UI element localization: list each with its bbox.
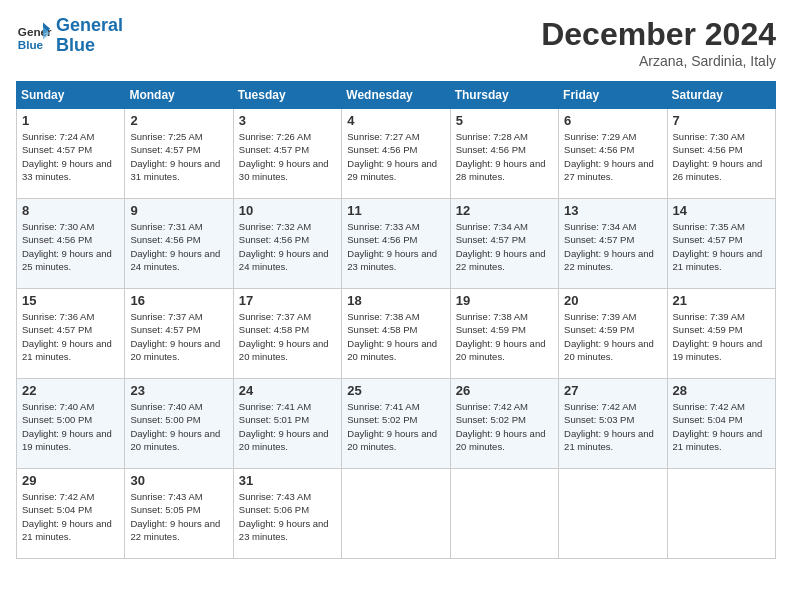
calendar-cell: 30Sunrise: 7:43 AMSunset: 5:05 PMDayligh…	[125, 469, 233, 559]
calendar-cell: 6Sunrise: 7:29 AMSunset: 4:56 PMDaylight…	[559, 109, 667, 199]
day-number: 19	[456, 293, 553, 308]
day-number: 23	[130, 383, 227, 398]
logo-text: GeneralBlue	[56, 16, 123, 56]
day-info: Sunrise: 7:31 AMSunset: 4:56 PMDaylight:…	[130, 220, 227, 273]
day-number: 3	[239, 113, 336, 128]
calendar-cell: 3Sunrise: 7:26 AMSunset: 4:57 PMDaylight…	[233, 109, 341, 199]
calendar-cell	[559, 469, 667, 559]
title-block: December 2024 Arzana, Sardinia, Italy	[541, 16, 776, 69]
calendar-cell: 27Sunrise: 7:42 AMSunset: 5:03 PMDayligh…	[559, 379, 667, 469]
day-info: Sunrise: 7:38 AMSunset: 4:59 PMDaylight:…	[456, 310, 553, 363]
calendar-cell: 12Sunrise: 7:34 AMSunset: 4:57 PMDayligh…	[450, 199, 558, 289]
day-number: 17	[239, 293, 336, 308]
day-info: Sunrise: 7:42 AMSunset: 5:04 PMDaylight:…	[22, 490, 119, 543]
calendar-cell: 11Sunrise: 7:33 AMSunset: 4:56 PMDayligh…	[342, 199, 450, 289]
logo: General Blue GeneralBlue	[16, 16, 123, 56]
calendar-cell: 23Sunrise: 7:40 AMSunset: 5:00 PMDayligh…	[125, 379, 233, 469]
day-info: Sunrise: 7:34 AMSunset: 4:57 PMDaylight:…	[456, 220, 553, 273]
day-number: 21	[673, 293, 770, 308]
day-info: Sunrise: 7:40 AMSunset: 5:00 PMDaylight:…	[22, 400, 119, 453]
calendar-cell: 10Sunrise: 7:32 AMSunset: 4:56 PMDayligh…	[233, 199, 341, 289]
day-info: Sunrise: 7:37 AMSunset: 4:58 PMDaylight:…	[239, 310, 336, 363]
day-info: Sunrise: 7:41 AMSunset: 5:01 PMDaylight:…	[239, 400, 336, 453]
day-info: Sunrise: 7:36 AMSunset: 4:57 PMDaylight:…	[22, 310, 119, 363]
day-info: Sunrise: 7:26 AMSunset: 4:57 PMDaylight:…	[239, 130, 336, 183]
calendar-cell	[667, 469, 775, 559]
day-number: 24	[239, 383, 336, 398]
calendar-cell: 21Sunrise: 7:39 AMSunset: 4:59 PMDayligh…	[667, 289, 775, 379]
day-number: 30	[130, 473, 227, 488]
day-info: Sunrise: 7:41 AMSunset: 5:02 PMDaylight:…	[347, 400, 444, 453]
calendar-cell: 4Sunrise: 7:27 AMSunset: 4:56 PMDaylight…	[342, 109, 450, 199]
day-number: 15	[22, 293, 119, 308]
day-info: Sunrise: 7:32 AMSunset: 4:56 PMDaylight:…	[239, 220, 336, 273]
month-title: December 2024	[541, 16, 776, 53]
calendar-cell: 7Sunrise: 7:30 AMSunset: 4:56 PMDaylight…	[667, 109, 775, 199]
day-info: Sunrise: 7:40 AMSunset: 5:00 PMDaylight:…	[130, 400, 227, 453]
day-number: 1	[22, 113, 119, 128]
calendar-cell: 5Sunrise: 7:28 AMSunset: 4:56 PMDaylight…	[450, 109, 558, 199]
calendar-cell: 18Sunrise: 7:38 AMSunset: 4:58 PMDayligh…	[342, 289, 450, 379]
day-info: Sunrise: 7:37 AMSunset: 4:57 PMDaylight:…	[130, 310, 227, 363]
day-number: 31	[239, 473, 336, 488]
day-number: 25	[347, 383, 444, 398]
day-info: Sunrise: 7:34 AMSunset: 4:57 PMDaylight:…	[564, 220, 661, 273]
day-number: 16	[130, 293, 227, 308]
calendar-cell: 16Sunrise: 7:37 AMSunset: 4:57 PMDayligh…	[125, 289, 233, 379]
day-number: 4	[347, 113, 444, 128]
calendar-cell: 15Sunrise: 7:36 AMSunset: 4:57 PMDayligh…	[17, 289, 125, 379]
day-number: 13	[564, 203, 661, 218]
col-header-friday: Friday	[559, 82, 667, 109]
svg-text:Blue: Blue	[18, 37, 44, 50]
day-number: 11	[347, 203, 444, 218]
day-info: Sunrise: 7:42 AMSunset: 5:02 PMDaylight:…	[456, 400, 553, 453]
page-header: General Blue GeneralBlue December 2024 A…	[16, 16, 776, 69]
calendar-cell: 22Sunrise: 7:40 AMSunset: 5:00 PMDayligh…	[17, 379, 125, 469]
calendar-cell: 14Sunrise: 7:35 AMSunset: 4:57 PMDayligh…	[667, 199, 775, 289]
day-number: 5	[456, 113, 553, 128]
day-info: Sunrise: 7:38 AMSunset: 4:58 PMDaylight:…	[347, 310, 444, 363]
day-number: 20	[564, 293, 661, 308]
calendar-table: SundayMondayTuesdayWednesdayThursdayFrid…	[16, 81, 776, 559]
calendar-cell: 26Sunrise: 7:42 AMSunset: 5:02 PMDayligh…	[450, 379, 558, 469]
calendar-cell: 20Sunrise: 7:39 AMSunset: 4:59 PMDayligh…	[559, 289, 667, 379]
col-header-wednesday: Wednesday	[342, 82, 450, 109]
calendar-cell: 25Sunrise: 7:41 AMSunset: 5:02 PMDayligh…	[342, 379, 450, 469]
day-number: 6	[564, 113, 661, 128]
calendar-cell	[450, 469, 558, 559]
location-title: Arzana, Sardinia, Italy	[541, 53, 776, 69]
col-header-saturday: Saturday	[667, 82, 775, 109]
day-number: 7	[673, 113, 770, 128]
day-info: Sunrise: 7:29 AMSunset: 4:56 PMDaylight:…	[564, 130, 661, 183]
calendar-cell	[342, 469, 450, 559]
day-info: Sunrise: 7:27 AMSunset: 4:56 PMDaylight:…	[347, 130, 444, 183]
day-number: 18	[347, 293, 444, 308]
day-info: Sunrise: 7:39 AMSunset: 4:59 PMDaylight:…	[673, 310, 770, 363]
calendar-cell: 19Sunrise: 7:38 AMSunset: 4:59 PMDayligh…	[450, 289, 558, 379]
day-info: Sunrise: 7:43 AMSunset: 5:06 PMDaylight:…	[239, 490, 336, 543]
day-number: 8	[22, 203, 119, 218]
day-number: 2	[130, 113, 227, 128]
day-info: Sunrise: 7:42 AMSunset: 5:04 PMDaylight:…	[673, 400, 770, 453]
day-number: 9	[130, 203, 227, 218]
day-info: Sunrise: 7:42 AMSunset: 5:03 PMDaylight:…	[564, 400, 661, 453]
calendar-cell: 1Sunrise: 7:24 AMSunset: 4:57 PMDaylight…	[17, 109, 125, 199]
calendar-cell: 17Sunrise: 7:37 AMSunset: 4:58 PMDayligh…	[233, 289, 341, 379]
day-info: Sunrise: 7:39 AMSunset: 4:59 PMDaylight:…	[564, 310, 661, 363]
calendar-cell: 24Sunrise: 7:41 AMSunset: 5:01 PMDayligh…	[233, 379, 341, 469]
day-number: 10	[239, 203, 336, 218]
col-header-thursday: Thursday	[450, 82, 558, 109]
day-info: Sunrise: 7:30 AMSunset: 4:56 PMDaylight:…	[673, 130, 770, 183]
calendar-cell: 8Sunrise: 7:30 AMSunset: 4:56 PMDaylight…	[17, 199, 125, 289]
calendar-cell: 31Sunrise: 7:43 AMSunset: 5:06 PMDayligh…	[233, 469, 341, 559]
calendar-cell: 2Sunrise: 7:25 AMSunset: 4:57 PMDaylight…	[125, 109, 233, 199]
day-info: Sunrise: 7:30 AMSunset: 4:56 PMDaylight:…	[22, 220, 119, 273]
day-number: 22	[22, 383, 119, 398]
day-info: Sunrise: 7:25 AMSunset: 4:57 PMDaylight:…	[130, 130, 227, 183]
day-number: 28	[673, 383, 770, 398]
col-header-tuesday: Tuesday	[233, 82, 341, 109]
day-info: Sunrise: 7:33 AMSunset: 4:56 PMDaylight:…	[347, 220, 444, 273]
day-info: Sunrise: 7:35 AMSunset: 4:57 PMDaylight:…	[673, 220, 770, 273]
calendar-cell: 9Sunrise: 7:31 AMSunset: 4:56 PMDaylight…	[125, 199, 233, 289]
calendar-cell: 29Sunrise: 7:42 AMSunset: 5:04 PMDayligh…	[17, 469, 125, 559]
